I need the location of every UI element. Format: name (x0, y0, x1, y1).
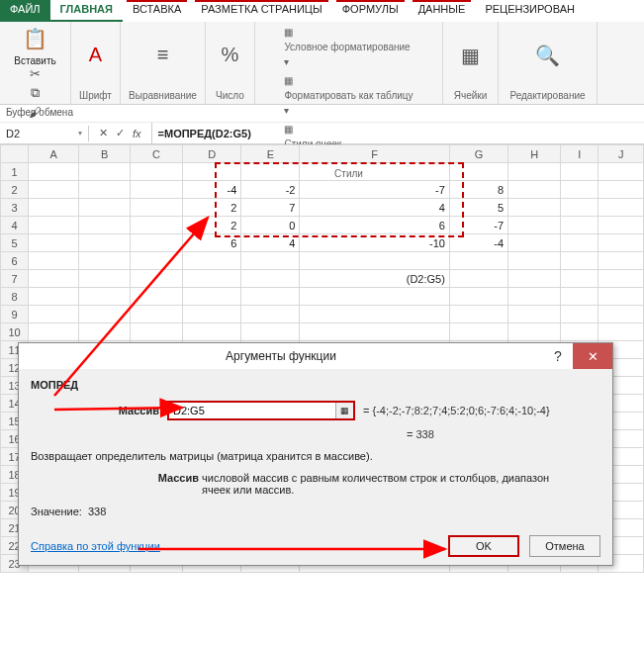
cell[interactable]: 7 (241, 199, 300, 217)
cell[interactable]: -7 (300, 181, 449, 199)
cell[interactable] (508, 306, 561, 323)
cell[interactable] (300, 288, 449, 306)
cell[interactable] (183, 270, 241, 288)
tab-file[interactable]: ФАЙЛ (0, 0, 50, 22)
cell[interactable]: 2 (183, 217, 241, 234)
cell[interactable] (508, 199, 561, 217)
cell[interactable] (449, 270, 507, 288)
cell[interactable]: 5 (449, 199, 507, 217)
cell[interactable] (29, 163, 79, 181)
cell[interactable]: 2 (183, 199, 241, 217)
cell[interactable] (300, 306, 449, 323)
cell[interactable] (561, 181, 598, 199)
row-header[interactable]: 1 (1, 163, 29, 181)
cell[interactable] (29, 199, 79, 217)
ok-button[interactable]: OK (448, 535, 519, 557)
col-header[interactable]: E (241, 145, 300, 163)
cell[interactable]: 6 (300, 217, 449, 234)
cell[interactable] (561, 288, 598, 306)
cell[interactable] (561, 323, 598, 341)
cell[interactable] (598, 217, 644, 234)
enter-formula-icon[interactable]: ✓ (116, 127, 125, 139)
cell[interactable] (79, 252, 130, 270)
cell[interactable] (598, 163, 644, 181)
row-header[interactable]: 10 (1, 323, 29, 341)
cell[interactable] (29, 288, 79, 306)
cell[interactable]: -7 (449, 217, 507, 234)
cell[interactable] (79, 217, 130, 234)
cell[interactable] (561, 163, 598, 181)
cancel-formula-icon[interactable]: ✕ (99, 127, 108, 139)
cell[interactable] (241, 252, 300, 270)
cell[interactable] (79, 163, 130, 181)
col-header[interactable]: I (561, 145, 598, 163)
cell[interactable] (508, 270, 561, 288)
cell[interactable] (598, 270, 644, 288)
font-group[interactable]: A (82, 25, 110, 88)
cell[interactable] (449, 163, 507, 181)
close-icon[interactable]: ✕ (573, 343, 612, 369)
cancel-button[interactable]: Отмена (529, 535, 600, 557)
col-header[interactable]: F (300, 145, 449, 163)
cell[interactable] (130, 199, 182, 217)
cell[interactable] (508, 181, 561, 199)
tab-page-layout[interactable]: РАЗМЕТКА СТРАНИЦЫ (191, 0, 331, 22)
col-header[interactable]: J (598, 145, 644, 163)
cell[interactable] (79, 270, 130, 288)
cell[interactable] (183, 252, 241, 270)
format-as-table[interactable]: ▦ Форматировать как таблицу ▾ (284, 73, 413, 118)
cell[interactable]: 6 (183, 234, 241, 252)
cell[interactable] (598, 306, 644, 323)
col-header[interactable]: C (130, 145, 182, 163)
cell[interactable] (598, 199, 644, 217)
cell[interactable]: -4 (183, 181, 241, 199)
cell[interactable] (561, 217, 598, 234)
tab-insert[interactable]: ВСТАВКА (123, 0, 191, 22)
cell[interactable] (561, 270, 598, 288)
cell[interactable] (508, 323, 561, 341)
cell[interactable] (561, 199, 598, 217)
cell[interactable] (241, 323, 300, 341)
cell[interactable] (79, 234, 130, 252)
cell[interactable] (79, 199, 130, 217)
cell[interactable] (130, 323, 182, 341)
cell[interactable] (449, 252, 507, 270)
cell[interactable]: (D2:G5) (300, 270, 449, 288)
cell[interactable] (508, 234, 561, 252)
cell[interactable] (29, 181, 79, 199)
cell[interactable]: 4 (241, 234, 300, 252)
cell[interactable] (449, 288, 507, 306)
cell[interactable] (183, 306, 241, 323)
cell[interactable] (508, 288, 561, 306)
cell[interactable] (29, 252, 79, 270)
cell[interactable] (130, 270, 182, 288)
cell[interactable] (508, 163, 561, 181)
cell[interactable] (130, 306, 182, 323)
cell[interactable] (79, 181, 130, 199)
cell[interactable] (130, 288, 182, 306)
row-header[interactable]: 7 (1, 270, 29, 288)
help-link[interactable]: Справка по этой функции (31, 540, 160, 552)
paste-button[interactable]: 📋 Вставить (14, 25, 55, 66)
tab-data[interactable]: ДАННЫЕ (409, 0, 476, 22)
conditional-formatting[interactable]: ▦ Условное форматирование ▾ (284, 25, 410, 69)
alignment-group[interactable]: ≡ (149, 25, 177, 88)
array-argument-input[interactable] (169, 403, 335, 418)
row-header[interactable]: 2 (1, 181, 29, 199)
cell[interactable]: 4 (300, 199, 449, 217)
cell[interactable] (79, 306, 130, 323)
cell[interactable] (598, 181, 644, 199)
name-box[interactable]: D2 (0, 126, 89, 141)
col-header[interactable]: A (29, 145, 79, 163)
col-header[interactable]: H (508, 145, 561, 163)
cell[interactable] (130, 252, 182, 270)
cell[interactable] (241, 163, 300, 181)
tab-formulas[interactable]: ФОРМУЛЫ (332, 0, 409, 22)
cell[interactable] (241, 288, 300, 306)
dialog-titlebar[interactable]: Аргументы функции ? ✕ (19, 343, 612, 369)
cell[interactable] (598, 323, 644, 341)
cell[interactable] (300, 163, 449, 181)
col-header[interactable]: B (79, 145, 130, 163)
cell[interactable]: -10 (300, 234, 449, 252)
cell[interactable] (130, 163, 182, 181)
